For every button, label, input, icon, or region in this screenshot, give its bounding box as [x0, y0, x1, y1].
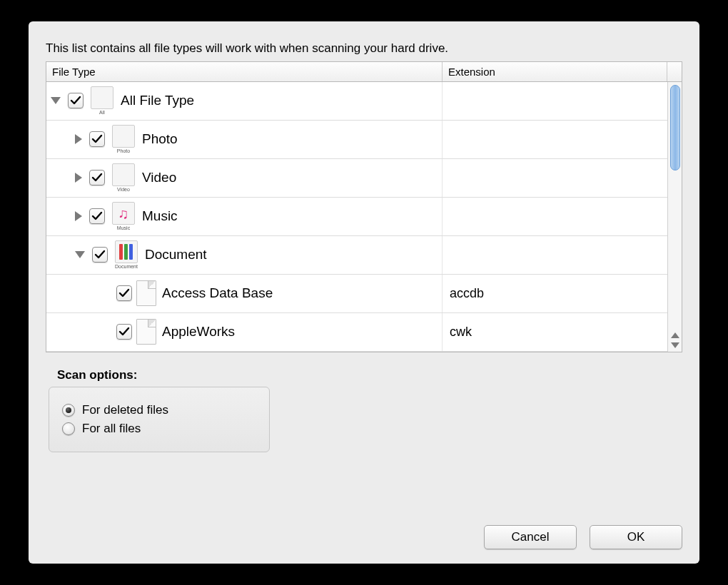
row-checkbox[interactable]: [89, 208, 105, 224]
dialog-description: This list contains all file types will w…: [46, 40, 682, 57]
file-icon: [136, 280, 156, 306]
disclosure-down-icon[interactable]: [75, 251, 85, 258]
scroll-down-arrow-icon[interactable]: [671, 342, 679, 348]
disclosure-down-icon[interactable]: [51, 97, 61, 104]
all-icon: All: [88, 84, 116, 117]
radio-icon[interactable]: [62, 404, 75, 417]
music-icon: Music: [109, 200, 138, 233]
radio-label: For deleted files: [82, 403, 168, 417]
table-row[interactable]: DocumentDocument: [46, 236, 682, 275]
radio-deleted-files[interactable]: For deleted files: [62, 403, 256, 417]
cell-file-type: Access Data Base: [46, 275, 443, 312]
dialog-window: This list contains all file types will w…: [29, 21, 699, 564]
radio-all-files[interactable]: For all files: [62, 422, 256, 436]
doc-icon: Document: [112, 238, 141, 271]
row-label: AppleWorks: [162, 324, 235, 340]
row-label: All File Type: [121, 93, 194, 108]
cell-file-type: VideoVideo: [46, 159, 443, 197]
scroll-up-arrow-icon[interactable]: [671, 332, 679, 338]
disclosure-right-icon[interactable]: [75, 173, 82, 183]
table-header: File Type Extension: [46, 62, 682, 82]
row-label: Video: [142, 170, 176, 185]
cell-extension: cwk: [443, 325, 682, 340]
table-row[interactable]: MusicMusic: [46, 198, 682, 236]
cell-file-type: PhotoPhoto: [46, 121, 443, 158]
cell-file-type: AppleWorks: [46, 313, 443, 351]
cell-file-type: AllAll File Type: [46, 82, 443, 120]
file-type-table: File Type Extension AllAll File TypePhot…: [46, 61, 682, 352]
disclosure-spacer: [99, 288, 109, 298]
photo-icon: Photo: [109, 123, 138, 156]
scan-options-label: Scan options:: [57, 368, 682, 382]
scroll-thumb[interactable]: [670, 85, 680, 171]
scan-options-group: For deleted files For all files: [49, 387, 270, 452]
row-checkbox[interactable]: [89, 131, 105, 147]
disclosure-right-icon[interactable]: [75, 211, 82, 221]
column-header-scroll: [667, 62, 682, 81]
cell-extension: accdb: [443, 286, 682, 301]
row-label: Music: [142, 208, 178, 224]
row-label: Photo: [142, 131, 178, 147]
video-icon: Video: [109, 161, 138, 194]
table-body: AllAll File TypePhotoPhotoVideoVideoMusi…: [46, 82, 682, 352]
row-checkbox[interactable]: [92, 247, 108, 263]
ok-button[interactable]: OK: [590, 525, 682, 549]
cell-file-type: DocumentDocument: [46, 236, 443, 274]
row-checkbox[interactable]: [116, 285, 132, 301]
disclosure-spacer: [99, 327, 109, 337]
row-checkbox[interactable]: [89, 170, 105, 185]
table-row[interactable]: AllAll File Type: [46, 82, 682, 121]
table-row[interactable]: VideoVideo: [46, 159, 682, 198]
table-row[interactable]: AppleWorkscwk: [46, 313, 682, 352]
file-icon: [136, 319, 156, 345]
table-row[interactable]: Access Data Baseaccdb: [46, 275, 682, 313]
disclosure-right-icon[interactable]: [75, 134, 82, 144]
cancel-button[interactable]: Cancel: [484, 525, 577, 549]
column-header-file-type[interactable]: File Type: [46, 62, 443, 81]
cell-file-type: MusicMusic: [46, 198, 443, 235]
column-header-extension[interactable]: Extension: [443, 62, 667, 81]
scan-options-section: Scan options: For deleted files For all …: [46, 368, 682, 452]
row-checkbox[interactable]: [68, 93, 84, 108]
radio-icon[interactable]: [62, 422, 75, 435]
vertical-scrollbar[interactable]: [667, 82, 682, 352]
radio-label: For all files: [82, 422, 141, 436]
dialog-buttons: Cancel OK: [46, 512, 682, 549]
row-checkbox[interactable]: [116, 324, 132, 340]
row-label: Document: [145, 247, 207, 263]
row-label: Access Data Base: [162, 285, 273, 301]
table-row[interactable]: PhotoPhoto: [46, 121, 682, 159]
